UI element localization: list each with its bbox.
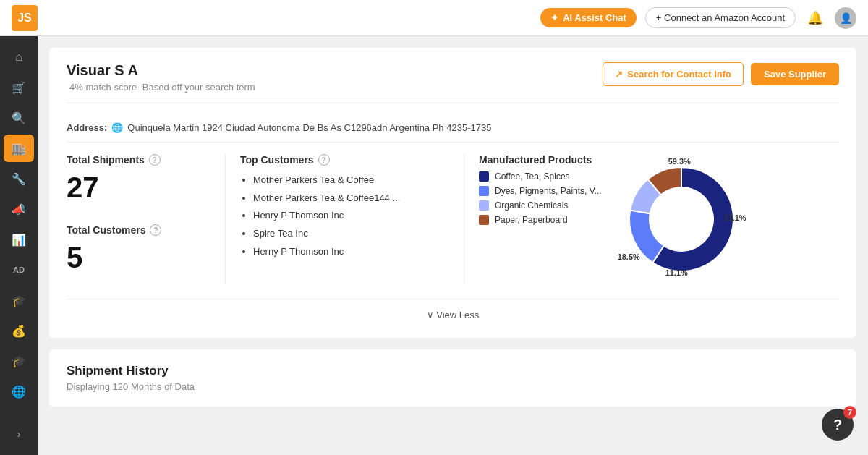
sidebar-item-home[interactable]: ⌂ (4, 43, 34, 71)
external-link-icon: ↗ (615, 69, 623, 80)
match-score-note: Based off your search term (142, 82, 255, 93)
products-col: Manufactured Products Coffee, Tea, Spice… (479, 154, 839, 284)
legend-label: Coffee, Tea, Spices (495, 171, 570, 182)
shipment-history-subtitle: Displaying 120 Months of Data (67, 381, 839, 392)
total-customers-value: 5 (67, 242, 210, 274)
sidebar-item-supplier[interactable]: 🏬 (4, 135, 34, 162)
app-layout: ⌂ 🛒 🔍 🏬 🔧 📣 📊 AD 🎓 💰 🎓 🌐 › Visuar S A 4%… (0, 36, 868, 455)
supplier-card: Visuar S A 4% match score Based off your… (49, 48, 856, 338)
home-icon: ⌂ (15, 51, 22, 64)
avatar-icon: 👤 (840, 12, 852, 24)
help-badge-button[interactable]: ? 7 (822, 409, 854, 441)
sidebar-item-search[interactable]: 🔍 (4, 104, 34, 132)
total-shipments-label: Total Shipments ? (67, 154, 210, 166)
legend-color (479, 171, 489, 182)
shipments-col: Total Shipments ? 27 Total Customers ? 5 (67, 154, 226, 284)
graduation-icon: 🎓 (12, 294, 26, 307)
legend-item: Dyes, Pigments, Paints, V... (479, 186, 602, 196)
help-question-icon: ? (833, 417, 842, 433)
js-logo: JS (12, 5, 38, 31)
bell-icon: 🔔 (807, 11, 823, 25)
match-score-value: 4% match score (69, 82, 137, 93)
customer-list-item: Herny P Thomson Inc (253, 243, 449, 261)
sidebar-item-grad2[interactable]: 🎓 (4, 347, 34, 375)
manufactured-products-label: Manufactured Products (479, 154, 602, 166)
legend-item: Coffee, Tea, Spices (479, 171, 602, 182)
sidebar-item-education[interactable]: 🎓 (4, 286, 34, 314)
connect-amazon-button[interactable]: + Connect an Amazon Account (645, 7, 796, 28)
megaphone-icon: 📣 (12, 203, 26, 216)
products-info: Manufactured Products Coffee, Tea, Spice… (479, 154, 602, 284)
legend-label: Paper, Paperboard (495, 215, 568, 225)
customers-help-icon[interactable]: ? (150, 224, 161, 236)
user-avatar[interactable]: 👤 (835, 7, 856, 29)
top-customers-help-icon[interactable]: ? (318, 154, 330, 166)
chevron-right-icon: › (17, 428, 21, 440)
globe-icon: 🌐 (12, 385, 26, 399)
legend-label: Organic Chemicals (495, 200, 568, 211)
donut-label-3: 11.1% (665, 268, 688, 277)
view-less-button[interactable]: ∨ View Less (67, 299, 839, 323)
connect-amazon-label: + Connect an Amazon Account (656, 12, 785, 23)
stats-row: Total Shipments ? 27 Total Customers ? 5 (67, 154, 839, 284)
customer-list-item: Mother Parkers Tea & Coffee144 ... (253, 190, 449, 208)
products-legend: Coffee, Tea, SpicesDyes, Pigments, Paint… (479, 171, 602, 225)
donut-chart: 59.3% 18.5% 11.1% 11.1% (616, 154, 746, 284)
save-supplier-button[interactable]: Save Supplier (751, 63, 839, 85)
ai-assist-button[interactable]: ✦ AI Assist Chat (540, 8, 637, 27)
search-contact-button[interactable]: ↗ Search for Contact Info (603, 62, 744, 86)
donut-label-2: 18.5% (618, 252, 640, 261)
top-customers-label: Top Customers ? (240, 154, 449, 166)
legend-color (479, 215, 489, 225)
sidebar-item-ad[interactable]: AD (4, 256, 34, 284)
customer-list-item: Mother Parkers Tea & Coffee (253, 171, 449, 190)
sidebar-item-tools[interactable]: 🔧 (4, 165, 34, 192)
address-value: Quinquela Martin 1924 Ciudad Autonoma De… (127, 122, 491, 133)
donut-label-4: 11.1% (723, 213, 746, 222)
legend-item: Paper, Paperboard (479, 215, 602, 225)
legend-label: Dyes, Pigments, Paints, V... (495, 186, 602, 196)
match-score: 4% match score Based off your search ter… (67, 82, 255, 93)
search-icon: 🔍 (12, 111, 26, 125)
chart-icon: 📊 (12, 233, 26, 247)
search-contact-label: Search for Contact Info (627, 69, 731, 80)
wrench-icon: 🔧 (12, 172, 26, 186)
supplier-header: Visuar S A 4% match score Based off your… (67, 62, 839, 103)
customer-list-item: Spire Tea Inc (253, 225, 449, 243)
sidebar: ⌂ 🛒 🔍 🏬 🔧 📣 📊 AD 🎓 💰 🎓 🌐 › (0, 36, 38, 455)
help-badge-count: 7 (843, 406, 856, 419)
coin-icon: 💰 (12, 324, 26, 338)
shipments-help-icon[interactable]: ? (149, 154, 161, 166)
sparkle-icon: ✦ (550, 12, 558, 23)
donut-label-1: 59.3% (668, 157, 691, 166)
sidebar-item-shopping[interactable]: 🛒 (4, 74, 34, 101)
grad2-icon: 🎓 (12, 354, 26, 368)
main-content: Visuar S A 4% match score Based off your… (38, 36, 868, 455)
header-buttons: ↗ Search for Contact Info Save Supplier (603, 62, 839, 86)
sidebar-item-chart[interactable]: 📊 (4, 226, 34, 253)
customer-list-item: Henry P Thomson Inc (253, 207, 449, 225)
total-customers-label: Total Customers ? (67, 224, 210, 236)
sidebar-expand-button[interactable]: › (4, 420, 34, 448)
total-shipments-value: 27 (67, 171, 210, 204)
top-nav: JS ✦ AI Assist Chat + Connect an Amazon … (0, 0, 868, 36)
supplier-name: Visuar S A (67, 62, 255, 79)
customers-col: Top Customers ? Mother Parkers Tea & Cof… (240, 154, 464, 284)
address-section: Address: 🌐 Quinquela Martin 1924 Ciudad … (67, 114, 839, 143)
globe-icon2: 🌐 (111, 122, 123, 133)
shipment-history-title: Shipment History (67, 364, 839, 378)
ai-assist-label: AI Assist Chat (563, 12, 626, 23)
address-label: Address: (67, 122, 107, 133)
legend-color (479, 200, 489, 211)
customers-list: Mother Parkers Tea & CoffeeMother Parker… (240, 171, 449, 260)
notifications-button[interactable]: 🔔 (804, 7, 826, 29)
sidebar-item-megaphone[interactable]: 📣 (4, 195, 34, 223)
legend-color (479, 186, 489, 196)
sidebar-item-coin[interactable]: 💰 (4, 317, 34, 344)
shipment-history-card: Shipment History Displaying 120 Months o… (49, 349, 856, 407)
shopping-icon: 🛒 (12, 81, 26, 95)
legend-item: Organic Chemicals (479, 200, 602, 211)
building-icon: 🏬 (12, 142, 26, 156)
sidebar-item-globe[interactable]: 🌐 (4, 378, 34, 405)
ad-icon: AD (13, 265, 25, 274)
